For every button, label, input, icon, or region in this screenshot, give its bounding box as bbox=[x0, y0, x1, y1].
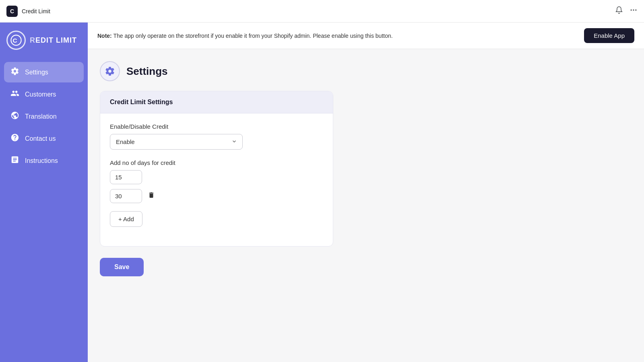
instructions-icon bbox=[10, 155, 19, 166]
delete-day-2-button[interactable] bbox=[146, 190, 157, 202]
day-row-2 bbox=[110, 189, 323, 203]
svg-point-1 bbox=[633, 9, 634, 10]
save-button[interactable]: Save bbox=[100, 258, 144, 276]
notice-bar: Note: The app only operate on the storef… bbox=[88, 23, 644, 49]
topbar-title: Credit Limit bbox=[22, 8, 50, 14]
sidebar-item-instructions-label: Instructions bbox=[25, 157, 58, 165]
page-title-icon bbox=[100, 61, 120, 81]
svg-point-2 bbox=[635, 9, 636, 10]
topbar: C Credit Limit bbox=[0, 0, 644, 23]
sidebar-item-contact-us[interactable]: Contact us bbox=[4, 128, 84, 149]
translation-icon bbox=[10, 111, 19, 122]
notice-text: Note: The app only operate on the storef… bbox=[97, 33, 393, 39]
days-group: Add no of days for credit bbox=[110, 159, 323, 227]
add-day-button[interactable]: + Add bbox=[110, 211, 142, 227]
note-body: The app only operate on the storefront i… bbox=[113, 33, 392, 39]
customers-icon bbox=[10, 89, 19, 100]
layout: C REDIT LIMIT Settings bbox=[0, 0, 644, 362]
sidebar-item-settings[interactable]: Settings bbox=[4, 62, 84, 82]
day-row-1 bbox=[110, 170, 323, 184]
days-list bbox=[110, 170, 323, 203]
settings-card-body: Enable/Disable Credit Enable Disable bbox=[100, 113, 333, 246]
settings-icon bbox=[10, 67, 19, 78]
enable-disable-group: Enable/Disable Credit Enable Disable bbox=[110, 123, 323, 150]
page-title-row: Settings bbox=[100, 61, 632, 81]
day-input-1[interactable] bbox=[110, 170, 142, 184]
page-title: Settings bbox=[126, 65, 168, 78]
enable-app-button[interactable]: Enable App bbox=[584, 28, 634, 43]
enable-disable-select-wrap: Enable Disable bbox=[110, 134, 243, 150]
settings-card: Credit Limit Settings Enable/Disable Cre… bbox=[100, 91, 333, 247]
sidebar-item-customers[interactable]: Customers bbox=[4, 84, 84, 105]
sidebar-nav: Settings Customers Translation bbox=[0, 62, 88, 171]
days-label: Add no of days for credit bbox=[110, 159, 323, 166]
topbar-right bbox=[615, 6, 638, 16]
day-input-2[interactable] bbox=[110, 189, 142, 203]
contact-us-icon bbox=[10, 133, 19, 144]
topbar-logo-icon: C bbox=[6, 6, 18, 17]
enable-disable-label: Enable/Disable Credit bbox=[110, 123, 323, 130]
settings-card-header: Credit Limit Settings bbox=[100, 91, 333, 113]
bell-icon[interactable] bbox=[615, 6, 623, 16]
sidebar-item-contact-us-label: Contact us bbox=[25, 135, 56, 142]
sidebar-item-translation-label: Translation bbox=[25, 113, 57, 120]
svg-point-0 bbox=[631, 9, 632, 10]
more-options-icon[interactable] bbox=[630, 6, 638, 16]
sidebar-item-instructions[interactable]: Instructions bbox=[4, 150, 84, 171]
sidebar-item-settings-label: Settings bbox=[25, 69, 48, 76]
sidebar-logo-text: REDIT LIMIT bbox=[30, 36, 77, 45]
sidebar-logo-icon: C bbox=[6, 31, 26, 50]
sidebar-logo: C REDIT LIMIT bbox=[0, 31, 88, 62]
sidebar-item-translation[interactable]: Translation bbox=[4, 106, 84, 127]
enable-disable-select[interactable]: Enable Disable bbox=[110, 134, 243, 150]
sidebar-item-customers-label: Customers bbox=[25, 91, 56, 98]
note-label: Note: bbox=[97, 33, 112, 39]
svg-text:C: C bbox=[13, 37, 17, 44]
main-content: Note: The app only operate on the storef… bbox=[88, 23, 644, 362]
sidebar: C REDIT LIMIT Settings bbox=[0, 23, 88, 362]
content-area: Settings Credit Limit Settings Enable/Di… bbox=[88, 49, 644, 362]
